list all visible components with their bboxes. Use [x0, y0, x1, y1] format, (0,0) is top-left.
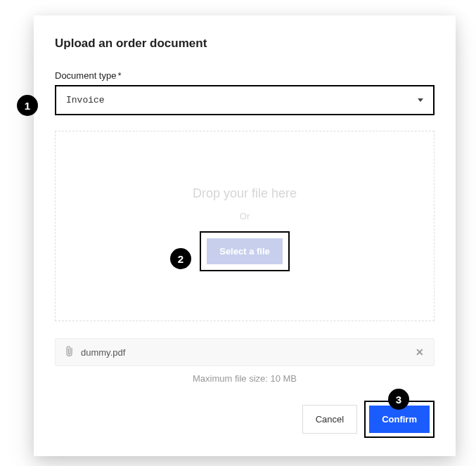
- paperclip-icon: [63, 344, 79, 361]
- document-type-label-text: Document type: [55, 70, 116, 81]
- document-type-value: Invoice: [66, 95, 105, 105]
- file-dropzone[interactable]: Drop your file here Or Select a file: [55, 131, 435, 321]
- chevron-down-icon: [418, 98, 423, 102]
- dropzone-or-text: Or: [70, 211, 420, 221]
- required-asterisk: *: [117, 70, 121, 81]
- remove-file-icon[interactable]: ✕: [416, 347, 424, 358]
- callout-badge-3: 3: [388, 389, 409, 410]
- dropzone-text: Drop your file here: [70, 186, 420, 201]
- document-type-select[interactable]: Invoice: [55, 85, 435, 115]
- attached-file-name: dummy.pdf: [81, 347, 125, 358]
- select-file-button[interactable]: Select a file: [207, 238, 283, 264]
- attached-file-row: dummy.pdf ✕: [55, 338, 435, 366]
- attached-file-left: dummy.pdf: [65, 346, 125, 358]
- select-file-highlight: Select a file: [200, 231, 290, 271]
- document-type-label: Document type*: [55, 70, 435, 81]
- cancel-button[interactable]: Cancel: [302, 405, 357, 434]
- max-file-size-text: Maximum file size: 10 MB: [55, 373, 435, 384]
- callout-badge-2: 2: [170, 248, 191, 269]
- modal-title: Upload an order document: [55, 37, 435, 51]
- modal-button-row: Cancel Confirm: [55, 401, 435, 438]
- callout-badge-1: 1: [17, 95, 38, 116]
